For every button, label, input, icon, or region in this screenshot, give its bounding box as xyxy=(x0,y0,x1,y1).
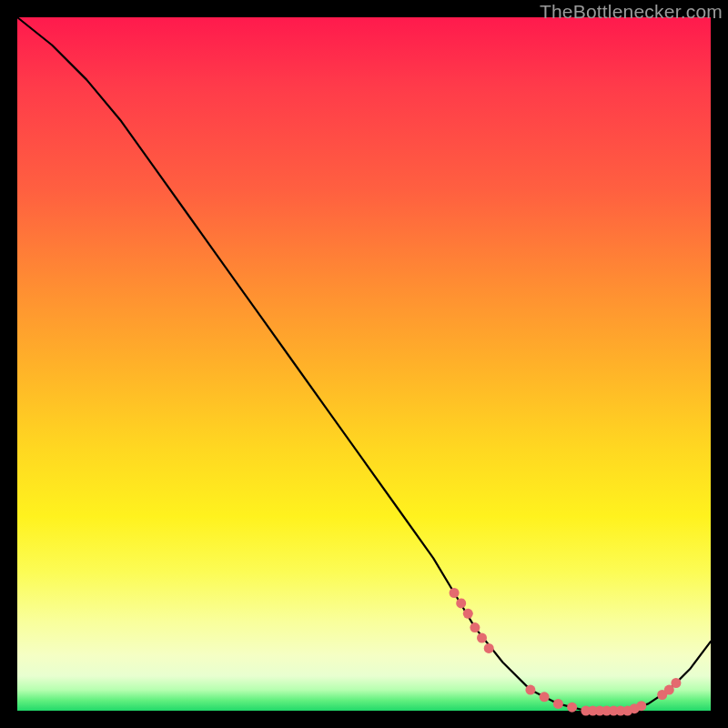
highlight-dot xyxy=(553,699,563,709)
highlight-dot xyxy=(484,643,494,653)
highlight-dot xyxy=(463,609,473,619)
highlight-dot xyxy=(525,685,535,695)
highlight-dot xyxy=(470,622,480,632)
chart-frame: TheBottlenecker.com xyxy=(0,0,728,728)
highlight-dots xyxy=(450,588,682,716)
highlight-dot xyxy=(450,588,460,598)
attribution-text: TheBottlenecker.com xyxy=(540,1,723,23)
curve-layer xyxy=(17,17,711,711)
highlight-dot xyxy=(540,692,550,702)
highlight-dot xyxy=(671,678,681,688)
highlight-dot xyxy=(477,633,487,643)
plot-area xyxy=(17,17,711,711)
highlight-dot xyxy=(567,703,577,713)
highlight-dot xyxy=(456,598,466,608)
bottleneck-curve xyxy=(17,17,711,711)
highlight-dot xyxy=(636,701,646,711)
